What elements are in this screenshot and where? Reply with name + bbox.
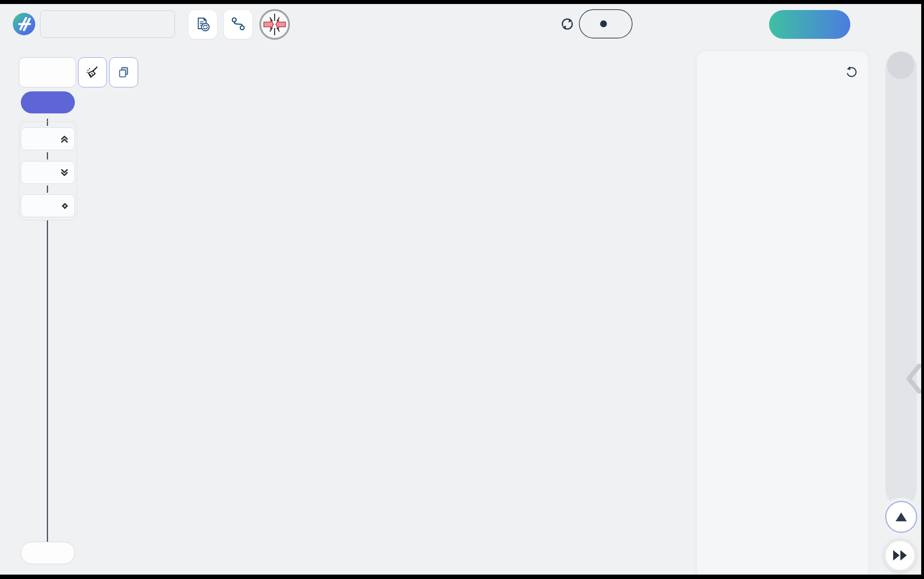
- path-waypoints-icon: [229, 16, 247, 33]
- live-status-toggle[interactable]: [579, 9, 633, 38]
- diamond-icon: [61, 202, 68, 210]
- copy-program-button[interactable]: [109, 57, 138, 87]
- app-logo-icon[interactable]: [13, 13, 35, 35]
- logo-glyph-icon: [13, 13, 35, 35]
- tree-trunk-line: [47, 220, 48, 542]
- tree-connector: [47, 152, 48, 159]
- scroll-up-button[interactable]: [885, 501, 917, 533]
- cell-state-panel: [697, 51, 868, 579]
- tab-programming[interactable]: [769, 10, 850, 39]
- broom-icon: [85, 65, 100, 80]
- fast-forward-icon: [892, 549, 908, 561]
- program-sync-button[interactable]: [189, 10, 217, 39]
- block-place[interactable]: [21, 161, 75, 184]
- start-node-button[interactable]: [21, 91, 75, 113]
- live-sync-button[interactable]: [558, 15, 576, 33]
- chevrons-down-icon: [60, 169, 68, 177]
- tab-run[interactable]: [867, 10, 907, 39]
- clean-program-button[interactable]: [78, 57, 107, 87]
- tab-cell[interactable]: [647, 10, 687, 39]
- reset-cell-state-button[interactable]: [843, 64, 859, 80]
- block-pick[interactable]: [21, 127, 75, 150]
- block-if[interactable]: [21, 194, 75, 217]
- end-node-button[interactable]: [21, 542, 75, 564]
- collision-warning-icon: [258, 8, 291, 41]
- project-name-input[interactable]: [40, 10, 175, 38]
- add-block-button[interactable]: [19, 57, 76, 87]
- speed-slider-track[interactable]: [886, 51, 917, 506]
- window-border-bottom: [0, 575, 924, 579]
- triangle-up-icon: [896, 512, 907, 521]
- tree-connector: [47, 186, 48, 193]
- copy-icon: [117, 66, 131, 79]
- sync-arrows-icon: [558, 15, 576, 33]
- reset-icon: [843, 64, 859, 80]
- path-planner-button[interactable]: [224, 10, 252, 39]
- live-dot-icon: [600, 20, 607, 27]
- fast-forward-button[interactable]: [883, 539, 917, 572]
- document-sync-icon: [195, 16, 211, 33]
- tab-parts[interactable]: [712, 10, 752, 39]
- speed-slider-thumb[interactable]: [887, 52, 914, 79]
- panel-collapse-handle[interactable]: [906, 363, 922, 396]
- chevrons-up-icon: [60, 135, 68, 143]
- window-border-right: [921, 0, 924, 579]
- collision-check-button[interactable]: [258, 8, 291, 41]
- chevron-left-icon: [906, 363, 922, 395]
- window-border-top: [0, 0, 924, 4]
